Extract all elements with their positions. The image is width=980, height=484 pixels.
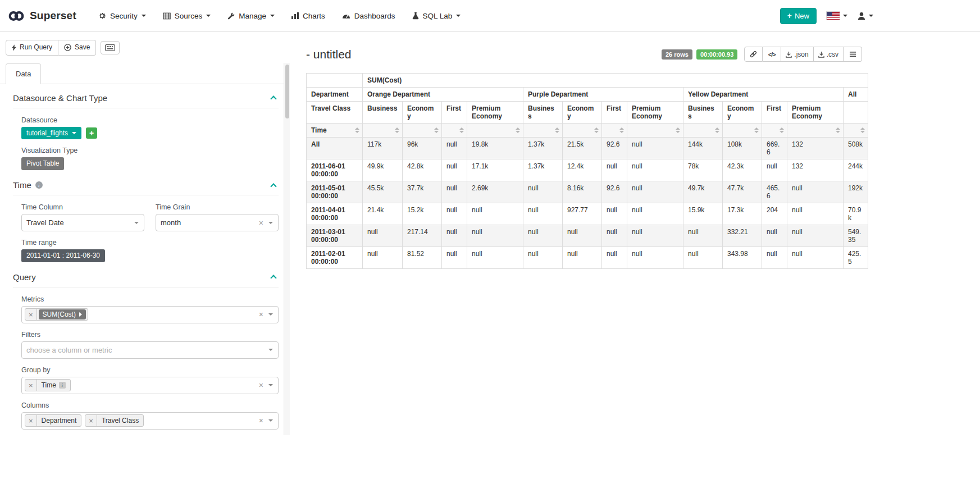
plus-circle-icon	[64, 44, 71, 51]
save-button[interactable]: Save	[58, 40, 96, 56]
section-datasource-header[interactable]: Datasource & Chart Type	[13, 93, 279, 108]
clear-icon[interactable]: ×	[259, 311, 263, 318]
filters-select[interactable]: choose a column or metric	[21, 341, 279, 359]
pivot-col-sort[interactable]	[442, 124, 467, 138]
columns-label: Columns	[21, 401, 279, 409]
pivot-col-sort[interactable]	[602, 124, 627, 138]
tab-data[interactable]: Data	[6, 63, 41, 84]
remove-tag-icon[interactable]: ×	[25, 415, 37, 426]
pivot-value-cell: null	[762, 159, 787, 181]
pivot-department-row: DepartmentOrange DepartmentPurple Depart…	[307, 88, 868, 102]
remove-metric-icon[interactable]: ×	[25, 309, 37, 320]
filters-label: Filters	[21, 331, 279, 339]
scrollbar-thumb[interactable]	[285, 65, 289, 118]
pivot-value-cell: 47.7k	[723, 181, 762, 203]
clear-icon[interactable]: ×	[259, 381, 263, 389]
remove-tag-icon[interactable]: ×	[25, 380, 37, 391]
new-button[interactable]: + New	[780, 8, 817, 24]
keyboard-shortcuts-button[interactable]	[101, 41, 120, 54]
datasource-label: Datasource	[21, 116, 279, 124]
pivot-value-cell: null	[442, 159, 467, 181]
pivot-class-header: Business	[683, 102, 723, 124]
clear-icon[interactable]: ×	[259, 219, 263, 227]
share-link-button[interactable]	[744, 47, 763, 62]
pivot-department-group: All	[844, 88, 868, 102]
nav-item-label: Security	[110, 12, 138, 20]
superset-brand[interactable]: Superset	[8, 10, 76, 22]
sort-icon	[836, 127, 840, 133]
time-range-label: Time range	[21, 239, 279, 246]
pivot-value-cell: null	[627, 159, 683, 181]
viz-type-control: Visualization Type Pivot Table	[21, 147, 279, 170]
sort-icon	[860, 127, 865, 133]
pivot-value-cell: null	[467, 247, 523, 269]
viz-type-select[interactable]: Pivot Table	[21, 157, 64, 170]
time-range-select[interactable]: 2011-01-01 : 2011-06-30	[21, 249, 105, 262]
add-datasource-button[interactable]: +	[86, 127, 97, 139]
pivot-col-sort[interactable]	[683, 124, 723, 138]
pivot-value-cell: 1.37k	[523, 138, 563, 159]
clear-icon[interactable]: ×	[259, 417, 263, 424]
pivot-value-cell: 2.69k	[467, 181, 523, 203]
remove-tag-icon[interactable]: ×	[85, 415, 97, 426]
pivot-class-header: Business	[363, 102, 403, 124]
metrics-select[interactable]: × SUM(Cost) ×	[21, 306, 279, 323]
menu-button[interactable]	[844, 47, 862, 62]
pivot-value-cell: 204	[762, 203, 787, 225]
groupby-select[interactable]: × Time i ×	[21, 377, 279, 394]
pivot-value-cell: null	[442, 225, 467, 247]
pivot-col-sort[interactable]	[723, 124, 762, 138]
pivot-metric-row: SUM(Cost)	[307, 74, 868, 88]
nav-item-dashboards[interactable]: Dashboards	[334, 0, 404, 31]
pivot-col-sort[interactable]	[787, 124, 844, 138]
brand-name: Superset	[30, 10, 76, 22]
pivot-col-sort[interactable]	[844, 124, 868, 138]
nav-item-charts[interactable]: Charts	[283, 0, 334, 31]
gears-icon	[98, 12, 106, 20]
nav-item-sql-lab[interactable]: SQL Lab	[404, 0, 470, 31]
user-menu[interactable]	[858, 12, 873, 20]
caret-right-icon	[79, 312, 82, 317]
pivot-col-sort[interactable]	[403, 124, 442, 138]
view-query-button[interactable]: </>	[763, 47, 781, 62]
section-time-header[interactable]: Time i	[13, 180, 279, 195]
time-column-select[interactable]: Travel Date	[21, 214, 144, 231]
sort-icon	[619, 127, 624, 133]
nav-item-security[interactable]: Security	[90, 0, 154, 31]
pivot-row-label: 2011-02-01 00:00:00	[307, 247, 363, 269]
pivot-col-sort[interactable]	[467, 124, 523, 138]
export-csv-button[interactable]: .csv	[814, 47, 844, 62]
sort-icon	[594, 127, 599, 133]
nav-item-sources[interactable]: Sources	[154, 0, 220, 31]
pivot-col-sort[interactable]	[627, 124, 683, 138]
nav-item-manage[interactable]: Manage	[219, 0, 283, 31]
section-query-header[interactable]: Query	[13, 272, 279, 287]
pivot-sort-row: Time	[307, 124, 868, 138]
panel-scrollbar[interactable]	[284, 63, 290, 435]
section-title: Time	[13, 180, 31, 190]
pivot-value-cell: 17.1k	[467, 159, 523, 181]
pivot-value-cell: null	[523, 203, 563, 225]
row-count-badge: 26 rows	[662, 49, 692, 60]
language-selector[interactable]	[827, 12, 847, 20]
datasource-select[interactable]: tutorial_flights	[21, 127, 81, 140]
chart-title[interactable]: - untitled	[306, 48, 352, 61]
pivot-time-sort[interactable]: Time	[307, 124, 363, 138]
pivot-col-sort[interactable]	[523, 124, 563, 138]
pivot-col-sort[interactable]	[563, 124, 602, 138]
pivot-value-cell: null	[442, 138, 467, 159]
chevron-down-icon	[268, 419, 273, 422]
run-query-button[interactable]: Run Query	[6, 40, 58, 56]
pivot-col-sort[interactable]	[363, 124, 403, 138]
pivot-value-cell: null	[467, 225, 523, 247]
time-grain-select[interactable]: month ×	[156, 214, 279, 231]
columns-select[interactable]: × Department × Travel Class ×	[21, 412, 279, 430]
metrics-label: Metrics	[21, 295, 279, 303]
pivot-class-header: Premium Economy	[787, 102, 844, 124]
pivot-table-wrap: SUM(Cost)DepartmentOrange DepartmentPurp…	[299, 67, 868, 275]
pivot-col-sort[interactable]	[762, 124, 787, 138]
export-json-button[interactable]: .json	[781, 47, 813, 62]
metric-badge[interactable]: SUM(Cost)	[39, 309, 86, 319]
pivot-value-cell: null	[627, 247, 683, 269]
chevron-down-icon	[456, 15, 461, 17]
